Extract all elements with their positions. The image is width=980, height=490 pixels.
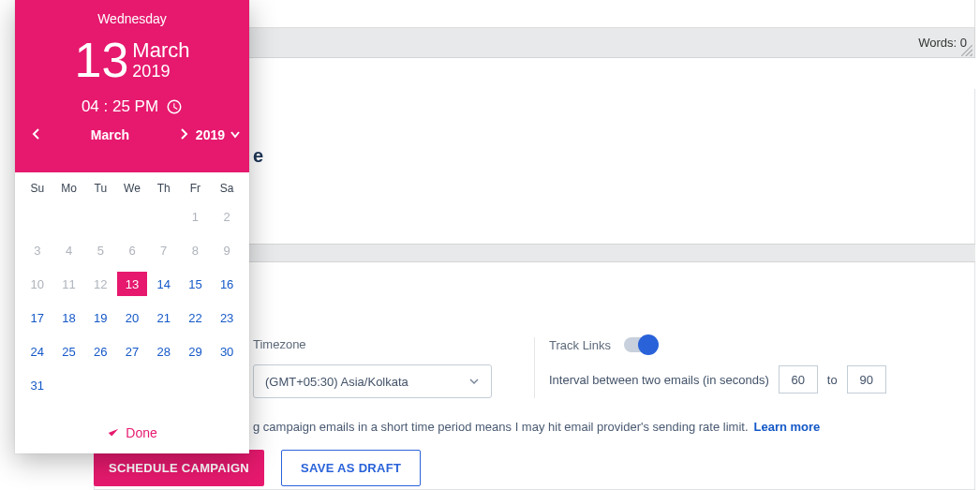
dp-day-cell[interactable]: 15 [181,272,211,296]
dp-day-cell[interactable]: 21 [149,305,179,330]
dp-day-cell[interactable]: 12 [85,272,115,296]
interval-from-input[interactable] [779,365,818,393]
dp-weekday: Wednesday [15,11,249,26]
chevron-down-icon [230,131,240,139]
dp-day-cell[interactable]: 6 [117,238,147,262]
dp-day-cell[interactable]: 11 [54,272,84,296]
save-as-draft-button[interactable]: SAVE AS DRAFT [281,450,421,486]
dp-day-cell[interactable]: 10 [22,272,52,296]
dp-day-cell[interactable]: 17 [22,305,52,330]
clock-icon [166,98,183,115]
dp-day-cell[interactable]: 29 [181,339,211,364]
dp-day-cell[interactable]: 26 [85,339,115,364]
dp-day-number: 13 [75,36,129,84]
dp-weekday-header: Th [149,182,179,195]
dp-next-month[interactable] [171,127,196,142]
check-icon [107,426,120,439]
dp-day-cell[interactable]: 5 [85,238,115,262]
dp-month: March [132,38,189,62]
learn-more-link[interactable]: Learn more [754,420,821,434]
schedule-campaign-button[interactable]: SCHEDULE CAMPAIGN [94,450,264,486]
dp-weekday-header: Mo [54,182,84,195]
dp-day-cell[interactable]: 9 [212,238,242,262]
dp-done-button[interactable]: Done [15,410,249,453]
dp-prev-month[interactable] [24,127,49,142]
track-links-toggle[interactable] [624,337,656,352]
word-count-label: Words: 0 [918,36,967,50]
dp-weekday-header: Sa [212,182,242,195]
dp-day-cell[interactable]: 22 [181,305,211,330]
dp-day-cell[interactable]: 4 [54,238,84,262]
dp-time[interactable]: 04 : 25 PM [15,97,249,116]
dp-year: 2019 [132,62,170,82]
dp-nav-month[interactable]: March [49,127,171,142]
timezone-select[interactable]: (GMT+05:30) Asia/Kolkata [253,364,492,398]
dp-weekday-header: Tu [85,182,115,195]
dp-day-cell[interactable]: 20 [117,305,147,330]
dp-empty-cell [117,204,147,229]
chevron-right-icon [179,128,188,140]
dp-weekday-header: Su [22,182,52,195]
interval-to-word: to [827,373,838,387]
dp-day-cell[interactable]: 14 [149,272,179,296]
dp-day-cell[interactable]: 27 [117,339,147,364]
dp-day-cell[interactable]: 2 [212,204,242,229]
interval-label: Interval between two emails (in seconds) [549,373,769,387]
dp-empty-cell [22,204,52,229]
dp-day-cell[interactable]: 3 [22,238,52,262]
dp-nav-year[interactable]: 2019 [196,127,240,142]
dp-time-value: 04 : 25 PM [82,97,158,116]
track-links-label: Track Links [549,338,611,352]
dp-day-cell[interactable]: 28 [149,339,179,364]
dp-calendar-grid: SuMoTuWeThFrSa12345678910111213141516171… [22,182,242,397]
rate-limit-warning-text: g campaign emails in a short time period… [253,420,749,434]
timezone-label: Timezone [253,337,520,351]
section-heading: e [253,145,263,167]
dp-empty-cell [85,204,115,229]
dp-day-cell[interactable]: 23 [212,305,242,330]
dp-day-cell[interactable]: 19 [85,305,115,330]
dp-day-cell[interactable]: 13 [117,272,147,296]
dp-day-cell[interactable]: 7 [149,238,179,262]
dp-empty-cell [54,204,84,229]
chevron-left-icon [32,128,41,140]
dp-day-cell[interactable]: 8 [181,238,211,262]
dp-weekday-header: Fr [181,182,211,195]
dp-empty-cell [149,204,179,229]
chevron-down-icon [468,376,480,387]
timezone-selected-value: (GMT+05:30) Asia/Kolkata [265,375,408,389]
dp-day-cell[interactable]: 1 [181,204,211,229]
dp-day-cell[interactable]: 18 [54,305,84,330]
dp-day-cell[interactable]: 31 [22,373,52,397]
dp-day-cell[interactable]: 24 [22,339,52,364]
resize-handle-icon[interactable] [961,45,973,56]
interval-to-input[interactable] [847,365,886,393]
dp-day-cell[interactable]: 16 [212,272,242,296]
dp-day-cell[interactable]: 25 [54,339,84,364]
datetime-picker: Wednesday 13 March 2019 04 : 25 PM March… [15,0,249,453]
rate-limit-warning: g campaign emails in a short time period… [253,420,952,434]
dp-weekday-header: We [117,182,147,195]
dp-day-cell[interactable]: 30 [212,339,242,364]
